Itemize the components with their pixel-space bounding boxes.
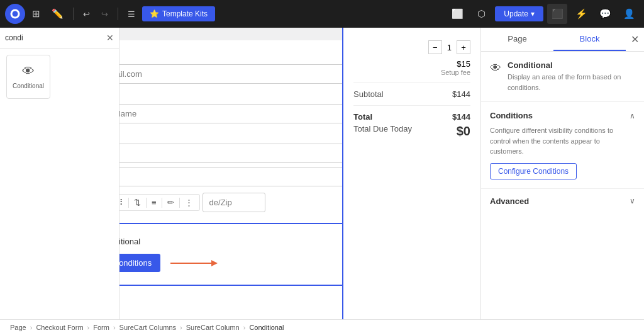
breadcrumb-sep-1: › <box>30 324 33 331</box>
redo-btn[interactable]: ↪ <box>97 6 113 22</box>
star-icon: ⭐ <box>150 9 159 18</box>
qty-row: − 1 + <box>353 40 470 54</box>
block-icon-btn[interactable]: ⬛ <box>547 4 567 24</box>
breadcrumb-sep-4: › <box>180 324 182 331</box>
block-toolbar: ⊞ 👁 ⠿ ⇅ ≡ ✏ ⋮ <box>119 194 200 211</box>
advanced-section[interactable]: Advanced ∨ <box>481 189 644 213</box>
search-input[interactable] <box>5 33 103 42</box>
conditions-desc: Configure different visibility condition… <box>490 125 635 157</box>
conditional-title: 👁 Conditional <box>119 237 140 246</box>
block-toolbar-row: ⊞ 👁 ⠿ ⇅ ≡ ✏ ⋮ <box>119 190 342 215</box>
address-input[interactable] <box>119 167 342 186</box>
user-btn[interactable]: 👤 <box>619 4 639 24</box>
qty-decrease-btn[interactable]: − <box>428 40 442 54</box>
qty-increase-btn[interactable]: + <box>457 40 470 54</box>
align-btn[interactable]: ≡ <box>149 196 159 208</box>
due-today-label: Total Due Today <box>353 124 412 139</box>
canvas: Email * Name * Address * <box>119 28 342 319</box>
breadcrumb: Page › Checkout Form › Form › SureCart C… <box>0 319 644 335</box>
external-btn[interactable]: ⬡ <box>471 4 491 24</box>
setup-fee-label: Setup fee <box>441 69 470 76</box>
template-kit-button[interactable]: ⭐ Template Kits <box>142 6 215 21</box>
template-kit-label: Template Kits <box>162 9 208 18</box>
setup-fee-value: $15 <box>441 59 470 69</box>
breadcrumb-form[interactable]: Form <box>93 324 109 331</box>
country-select[interactable]: Country <box>119 144 342 163</box>
preview-btn[interactable]: ⬜ <box>447 4 467 24</box>
app-logo[interactable] <box>5 4 25 24</box>
block-editor-btn[interactable]: ⊞ <box>28 5 45 23</box>
breadcrumb-sep-3: › <box>113 324 116 331</box>
widget-grid: 👁 Conditional <box>0 48 119 105</box>
breadcrumb-page[interactable]: Page <box>10 324 26 331</box>
breadcrumb-sep-2: › <box>87 324 90 331</box>
conditions-header: Conditions ∧ <box>490 111 635 120</box>
subtotal-label: Subtotal <box>353 89 384 99</box>
main-layout: ✕ 👁 Conditional Email * Nam <box>0 28 644 319</box>
conditional-title-text: Conditional <box>119 237 140 246</box>
name-label: Name * <box>119 93 342 101</box>
chevron-up-icon[interactable]: ∧ <box>630 111 635 120</box>
name-input[interactable] <box>119 104 342 123</box>
widget-desc: Display an area of the form based on con… <box>508 72 635 93</box>
order-summary: − 1 + $15 Setup fee Subtotal $144 Total … <box>342 28 480 319</box>
up-down-btn[interactable]: ⇅ <box>131 196 143 208</box>
more-options-btn[interactable]: ⋮ <box>182 196 196 208</box>
add-conditions-button[interactable]: Add Conditions <box>119 254 160 272</box>
conditions-label: Conditions <box>490 111 533 120</box>
total-value: $144 <box>452 112 470 122</box>
breadcrumb-current: Conditional <box>249 324 284 331</box>
edit-btn[interactable]: ✏️ <box>47 5 68 23</box>
email-input[interactable] <box>119 64 342 84</box>
search-clear-button[interactable]: ✕ <box>106 33 114 43</box>
panel-close-button[interactable]: ✕ <box>626 28 644 50</box>
right-panel: Page Block ✕ 👁 Conditional Display an ar… <box>480 28 644 319</box>
conditional-widget[interactable]: 👁 Conditional <box>6 55 50 99</box>
tab-page[interactable]: Page <box>481 28 553 51</box>
subtotal-value: $144 <box>452 89 470 99</box>
configure-conditions-button[interactable]: Configure Conditions <box>490 163 577 179</box>
widget-name: Conditional <box>508 60 635 70</box>
update-arrow-icon: ▾ <box>531 9 535 18</box>
widget-info: Conditional Display an area of the form … <box>508 60 635 93</box>
widget-info-row: 👁 Conditional Display an area of the for… <box>490 60 635 93</box>
breadcrumb-surecart-columns[interactable]: SureCart Columns <box>119 324 176 331</box>
breadcrumb-surecart-column[interactable]: SureCart Column <box>186 324 240 331</box>
more-btn[interactable]: ☰ <box>123 6 140 22</box>
undo-btn[interactable]: ↩ <box>79 6 94 22</box>
chat-btn[interactable]: 💬 <box>595 4 615 24</box>
email-label: Email * <box>119 53 342 62</box>
conditional-inner: 👁 Conditional Add Conditions <box>119 224 342 285</box>
divider-1 <box>353 82 470 83</box>
toolbar-divider-2 <box>118 8 118 20</box>
total-row: Total $144 <box>353 112 470 122</box>
canvas-inner: Email * Name * Address * <box>119 40 342 319</box>
advanced-label: Advanced <box>490 196 529 206</box>
pen-btn[interactable]: ✏ <box>165 196 177 208</box>
widget-info-section: 👁 Conditional Display an area of the for… <box>481 52 644 102</box>
tab-block[interactable]: Block <box>553 28 626 51</box>
lightning-btn[interactable]: ⚡ <box>571 4 591 24</box>
svg-marker-3 <box>211 260 218 266</box>
left-sidebar: ✕ 👁 Conditional <box>0 28 119 319</box>
total-label: Total <box>353 112 372 122</box>
chevron-down-icon: ∨ <box>630 196 635 205</box>
divider-2 <box>353 105 470 106</box>
toolbar-right: ⬜ ⬡ Update ▾ ⬛ ⚡ 💬 👤 <box>447 4 639 24</box>
panel-header: Page Block ✕ <box>481 28 644 52</box>
email-row: Email * <box>119 53 342 84</box>
breadcrumb-sep-5: › <box>243 324 246 331</box>
payment-section: Payment Test Mode ℹ Please preview your … <box>119 305 342 319</box>
due-today-value: $0 <box>457 124 470 139</box>
breadcrumb-checkout-form[interactable]: Checkout Form <box>36 324 83 331</box>
drag-btn[interactable]: ⠿ <box>119 196 126 208</box>
zip-input[interactable] <box>203 193 265 212</box>
form-section: Email * Name * Address * <box>119 40 342 305</box>
toolbar-divider-1 <box>73 8 74 20</box>
subtotal-row: Subtotal $144 <box>353 89 470 99</box>
widget-eye-icon: 👁 <box>490 62 501 75</box>
conditional-widget-icon: 👁 <box>22 64 35 79</box>
update-label: Update <box>504 9 528 18</box>
setup-fee-row: $15 Setup fee <box>353 59 470 76</box>
update-button[interactable]: Update ▾ <box>495 6 543 21</box>
